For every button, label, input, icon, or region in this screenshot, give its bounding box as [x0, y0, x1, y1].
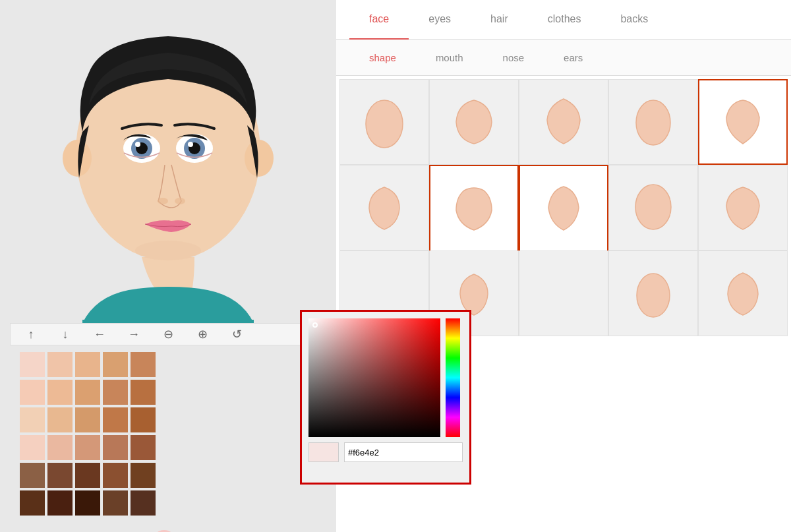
color-swatch[interactable]: [75, 352, 100, 377]
color-swatch[interactable]: [75, 435, 100, 460]
sub-tab-bar: shape mouth nose ears: [336, 40, 791, 76]
color-swatch[interactable]: [131, 463, 156, 488]
color-swatch[interactable]: [75, 490, 100, 516]
grid-cell-12[interactable]: [519, 251, 608, 336]
sub-tab-ears[interactable]: ears: [544, 40, 602, 76]
face-shape-icon: [451, 179, 497, 238]
grid-cell-6[interactable]: [429, 165, 519, 251]
color-hue-strip[interactable]: [446, 318, 460, 437]
svg-point-17: [635, 185, 671, 229]
color-swatch[interactable]: [131, 380, 156, 405]
main-tab-bar: face eyes hair clothes backs: [336, 0, 791, 40]
arrow-left-icon: ←: [185, 527, 211, 532]
color-swatch[interactable]: [20, 352, 45, 377]
color-swatch[interactable]: [47, 352, 73, 377]
svg-rect-0: [82, 320, 254, 323]
color-gradient-cursor: [312, 322, 318, 328]
zoom-out-button[interactable]: ⊖: [158, 324, 179, 345]
grid-cell-4[interactable]: [698, 79, 788, 165]
tab-backs[interactable]: backs: [601, 0, 668, 40]
svg-point-12: [158, 198, 168, 204]
color-picker-gradient-area: [308, 318, 463, 437]
color-swatch[interactable]: [47, 463, 73, 488]
color-gradient[interactable]: [308, 318, 440, 437]
color-swatch[interactable]: [47, 380, 73, 405]
move-down-button[interactable]: ↓: [55, 324, 76, 345]
color-swatch[interactable]: [75, 407, 100, 432]
color-swatch[interactable]: [103, 490, 128, 516]
color-swatch[interactable]: [47, 435, 73, 460]
color-swatch[interactable]: [47, 407, 73, 432]
avatar: [30, 7, 307, 323]
face-shape-icon: [630, 264, 676, 323]
color-swatch[interactable]: [20, 435, 45, 460]
svg-point-13: [175, 198, 185, 204]
color-swatch[interactable]: [75, 463, 100, 488]
palette-row-5: [20, 463, 316, 488]
avatar-container: [10, 7, 326, 323]
svg-point-3: [245, 140, 274, 177]
sub-tab-mouth[interactable]: mouth: [416, 40, 483, 76]
toolbar: ↑ ↓ ← → ⊖ ⊕ ↺: [10, 323, 326, 345]
grid-cell-0[interactable]: [339, 79, 429, 165]
sub-tab-nose[interactable]: nose: [483, 40, 544, 76]
color-picker-bottom: [308, 442, 463, 462]
svg-point-10: [135, 142, 140, 147]
grid-cell-8[interactable]: [608, 165, 698, 251]
color-swatch[interactable]: [103, 380, 128, 405]
grid-cell-7[interactable]: [519, 165, 608, 251]
sub-tab-shape[interactable]: shape: [349, 40, 416, 76]
grid-cell-13[interactable]: [608, 251, 698, 336]
palette-row-4: [20, 435, 316, 460]
move-left-button[interactable]: ←: [89, 324, 110, 345]
face-shape-icon: [451, 92, 497, 152]
color-swatch[interactable]: [103, 407, 128, 432]
color-swatch[interactable]: [20, 380, 45, 405]
reset-button[interactable]: ↺: [226, 324, 247, 345]
color-swatch[interactable]: [131, 407, 156, 432]
color-swatch[interactable]: [103, 463, 128, 488]
color-palette: [10, 345, 326, 522]
palette-row-1: [20, 352, 316, 377]
color-swatch[interactable]: [103, 435, 128, 460]
palette-row-6: [20, 490, 316, 516]
face-shape-icon: [361, 92, 407, 152]
color-swatch[interactable]: [131, 435, 156, 460]
color-swatch[interactable]: [20, 463, 45, 488]
face-shape-icon: [630, 178, 676, 237]
move-up-button[interactable]: ↑: [20, 324, 42, 345]
grid-cell-14[interactable]: [698, 251, 788, 336]
move-right-button[interactable]: →: [123, 324, 144, 345]
face-shape-icon: [720, 92, 766, 152]
tab-clothes[interactable]: clothes: [528, 0, 601, 40]
color-swatch[interactable]: [103, 352, 128, 377]
color-swatch[interactable]: [131, 352, 156, 377]
grid-cell-1[interactable]: [429, 79, 519, 165]
tab-eyes[interactable]: eyes: [409, 0, 471, 40]
palette-row-2: [20, 380, 316, 405]
tab-face[interactable]: face: [349, 0, 409, 40]
grid-cell-2[interactable]: [519, 79, 608, 165]
svg-point-14: [135, 241, 201, 260]
color-swatch[interactable]: [20, 490, 45, 516]
face-shape-icon: [541, 179, 587, 238]
svg-point-16: [636, 100, 670, 145]
color-hex-input[interactable]: [344, 442, 463, 462]
color-swatch[interactable]: [131, 490, 156, 516]
grid-cell-5[interactable]: [339, 165, 429, 251]
grid-cell-3[interactable]: [608, 79, 698, 165]
color-swatch[interactable]: [47, 490, 73, 516]
grid-cell-9[interactable]: [698, 165, 788, 251]
tab-hair[interactable]: hair: [471, 0, 528, 40]
palette-row-3: [20, 407, 316, 432]
face-shape-icon: [720, 264, 766, 323]
color-preview-box: [308, 442, 339, 462]
arrow-indicator-area: ←: [152, 527, 211, 532]
svg-point-15: [366, 100, 403, 148]
face-shape-icon: [720, 178, 766, 237]
zoom-in-button[interactable]: ⊕: [192, 324, 213, 345]
color-picker-popup[interactable]: [300, 310, 471, 485]
color-swatch[interactable]: [75, 380, 100, 405]
svg-point-2: [63, 140, 92, 177]
color-swatch[interactable]: [20, 407, 45, 432]
